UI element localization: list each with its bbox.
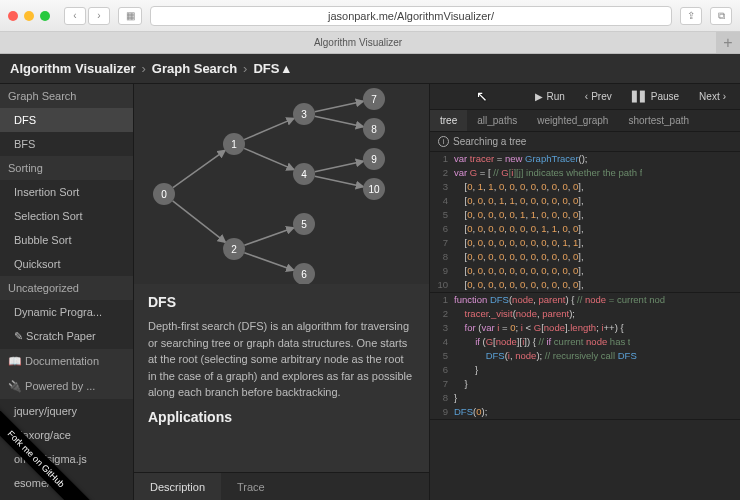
caret-up-icon[interactable]: ▴ [283, 61, 290, 76]
code-editor[interactable]: 1var tracer = new GraphTracer();2var G =… [430, 152, 740, 500]
breadcrumb: Algorithm Visualizer › Graph Search › DF… [0, 54, 740, 84]
code-line[interactable]: 6 [0, 0, 0, 0, 0, 0, 0, 1, 1, 0, 0], [430, 222, 740, 236]
code-line[interactable]: 7 [0, 0, 0, 0, 0, 0, 0, 0, 0, 1, 1], [430, 236, 740, 250]
code-line[interactable]: 6 } [430, 363, 740, 377]
code-line[interactable]: 5 DFS(i, node); // recursively call DFS [430, 349, 740, 363]
desc-tab[interactable]: Description [134, 473, 221, 500]
status-bar: i Searching a tree [430, 132, 740, 152]
mouse-cursor-icon: ↖ [476, 88, 488, 104]
sidebar-group-header[interactable]: Uncategorized [0, 276, 133, 300]
code-line[interactable]: 8 [0, 0, 0, 0, 0, 0, 0, 0, 0, 0, 0], [430, 250, 740, 264]
sidebar-item[interactable]: jquery/jquery [0, 399, 133, 423]
sidebar-item[interactable]: Insertion Sort [0, 180, 133, 204]
forward-button[interactable]: › [88, 7, 110, 25]
code-line[interactable]: 5 [0, 0, 0, 0, 0, 1, 1, 0, 0, 0, 0], [430, 208, 740, 222]
play-icon: ▶ [535, 91, 543, 102]
prev-button[interactable]: ‹Prev [577, 88, 620, 105]
svg-text:5: 5 [301, 219, 307, 230]
desc-tab[interactable]: Trace [221, 473, 281, 500]
svg-line-2 [244, 118, 294, 139]
svg-text:1: 1 [231, 139, 237, 150]
browser-tab[interactable]: Algorithm Visualizer [0, 32, 716, 53]
sidebar-group-header[interactable]: Sorting [0, 156, 133, 180]
pause-icon: ▋▋ [632, 91, 648, 102]
svg-line-7 [315, 116, 363, 126]
svg-line-0 [173, 150, 225, 187]
code-line[interactable]: 9 [0, 0, 0, 0, 0, 0, 0, 0, 0, 0, 0], [430, 264, 740, 278]
svg-line-1 [173, 201, 226, 242]
svg-line-3 [244, 148, 294, 169]
svg-text:8: 8 [371, 124, 377, 135]
file-tab[interactable]: shortest_path [618, 110, 699, 131]
code-line[interactable]: 1function DFS(node, parent) { // node = … [430, 293, 740, 307]
sidebar-item[interactable]: Dynamic Progra... [0, 300, 133, 324]
file-tab[interactable]: all_paths [467, 110, 527, 131]
sidebar-item[interactable]: Bubble Sort [0, 228, 133, 252]
svg-text:2: 2 [231, 244, 237, 255]
sidebar-item[interactable]: DFS [0, 108, 133, 132]
app: Algorithm Visualizer › Graph Search › DF… [0, 54, 740, 500]
svg-text:10: 10 [368, 184, 380, 195]
sidebar-item[interactable]: Selection Sort [0, 204, 133, 228]
minimize-window-icon[interactable] [24, 11, 34, 21]
breadcrumb-algorithm[interactable]: DFS [253, 61, 279, 76]
file-tab[interactable]: weighted_graph [527, 110, 618, 131]
zoom-window-icon[interactable] [40, 11, 50, 21]
applications-heading: Applications [148, 409, 415, 425]
code-line[interactable]: 4 if (G[node][i]) { // if current node h… [430, 335, 740, 349]
code-line[interactable]: 10 [0, 0, 0, 0, 0, 0, 0, 0, 0, 0, 0], [430, 278, 740, 292]
graph-visualization[interactable]: 012345678910 [134, 84, 429, 284]
svg-text:9: 9 [371, 154, 377, 165]
sidebar-item[interactable]: BFS [0, 132, 133, 156]
sidebar-group-header[interactable]: Graph Search [0, 84, 133, 108]
share-button[interactable]: ⇪ [680, 7, 702, 25]
new-tab-button[interactable]: + [716, 32, 740, 53]
svg-text:7: 7 [371, 94, 377, 105]
svg-text:0: 0 [161, 189, 167, 200]
svg-text:3: 3 [301, 109, 307, 120]
algorithm-title: DFS [148, 294, 415, 310]
breadcrumb-category[interactable]: Graph Search [152, 61, 237, 76]
code-line[interactable]: 4 [0, 0, 0, 1, 1, 0, 0, 0, 0, 0, 0], [430, 194, 740, 208]
code-line[interactable]: 7 } [430, 377, 740, 391]
browser-toolbar: ‹ › ▦ jasonpark.me/AlgorithmVisualizer/ … [0, 0, 740, 32]
sidebar-item[interactable]: Quicksort [0, 252, 133, 276]
svg-text:4: 4 [301, 169, 307, 180]
svg-line-8 [315, 161, 363, 171]
address-bar[interactable]: jasonpark.me/AlgorithmVisualizer/ [150, 6, 672, 26]
svg-line-4 [244, 228, 293, 246]
sidebar-group-header[interactable]: 🔌 Powered by ... [0, 374, 133, 399]
sidebar-toggle-button[interactable]: ▦ [118, 7, 142, 25]
code-line[interactable]: 8} [430, 391, 740, 405]
description-panel: DFS Depth-first search (DFS) is an algor… [134, 284, 429, 472]
window-controls [8, 11, 50, 21]
code-line[interactable]: 3 for (var i = 0; i < G[node].length; i+… [430, 321, 740, 335]
code-line[interactable]: 9DFS(0); [430, 405, 740, 419]
description-tabs: DescriptionTrace [134, 472, 429, 500]
code-panel: ▶Run ‹Prev ▋▋Pause Next› treeall_pathswe… [430, 84, 740, 500]
file-tab[interactable]: tree [430, 110, 467, 131]
svg-line-6 [315, 101, 363, 111]
sidebar-item[interactable]: ✎ Scratch Paper [0, 324, 133, 349]
next-button[interactable]: Next› [691, 88, 734, 105]
close-window-icon[interactable] [8, 11, 18, 21]
run-button[interactable]: ▶Run [527, 88, 572, 105]
main-panel: 012345678910 DFS Depth-first search (DFS… [134, 84, 430, 500]
info-icon: i [438, 136, 449, 147]
pause-button[interactable]: ▋▋Pause [624, 88, 687, 105]
svg-text:6: 6 [301, 269, 307, 280]
browser-tabs: Algorithm Visualizer + [0, 32, 740, 54]
tabs-button[interactable]: ⧉ [710, 7, 732, 25]
svg-line-5 [244, 253, 293, 271]
status-text: Searching a tree [453, 136, 526, 147]
algorithm-description: Depth-first search (DFS) is an algorithm… [148, 318, 415, 401]
sidebar-group-header[interactable]: 📖 Documentation [0, 349, 133, 374]
breadcrumb-app[interactable]: Algorithm Visualizer [10, 61, 135, 76]
code-line[interactable]: 3 [0, 1, 1, 0, 0, 0, 0, 0, 0, 0, 0], [430, 180, 740, 194]
code-line[interactable]: 2var G = [ // G[i][j] indicates whether … [430, 166, 740, 180]
code-line[interactable]: 2 tracer._visit(node, parent); [430, 307, 740, 321]
file-tabs: treeall_pathsweighted_graphshortest_path [430, 110, 740, 132]
svg-line-9 [315, 176, 363, 186]
back-button[interactable]: ‹ [64, 7, 86, 25]
code-line[interactable]: 1var tracer = new GraphTracer(); [430, 152, 740, 166]
